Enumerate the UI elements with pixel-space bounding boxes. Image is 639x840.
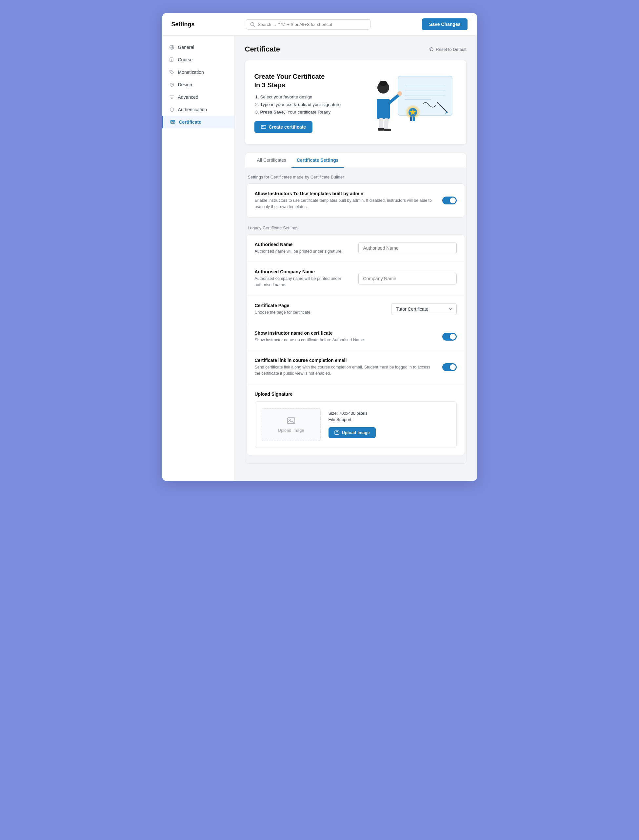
show-instructor-row: Show instructor name on certificate Show…	[247, 323, 464, 351]
allow-instructors-title: Allow Instructors To Use templates built…	[255, 191, 434, 196]
authorised-name-row: Authorised Name Authorised name will be …	[247, 234, 464, 262]
promo-illustration	[359, 70, 457, 135]
page-header: Certificate Reset to Default	[245, 45, 467, 54]
sidebar-item-monetization[interactable]: Monetization	[162, 66, 234, 78]
settings-section-label: Settings for Certificates made by Certif…	[246, 175, 465, 180]
company-name-desc: Authorised company name will be printed …	[255, 276, 350, 288]
svg-point-12	[172, 83, 172, 84]
certificate-page-row: Certificate Page Choose the page for cer…	[247, 296, 464, 323]
company-name-input[interactable]	[358, 273, 457, 284]
promo-step-2: Type in your text & upload your signatur…	[260, 102, 341, 107]
cert-link-toggle[interactable]	[442, 363, 457, 371]
upload-info: Size: 700x430 pixels File Support:	[329, 411, 450, 438]
svg-point-9	[170, 71, 171, 72]
tabs-bar: All Certificates Certificate Settings	[245, 153, 466, 168]
sidebar-label-advanced: Advanced	[178, 94, 198, 100]
tag-icon	[169, 69, 175, 75]
allow-instructors-info: Allow Instructors To Use templates built…	[255, 191, 434, 210]
sidebar: General Course Monetization	[162, 36, 234, 481]
sidebar-label-certificate: Certificate	[179, 120, 201, 125]
promo-step-1: Select your favorite design	[260, 94, 341, 99]
tab-all-certificates[interactable]: All Certificates	[252, 153, 291, 168]
svg-point-17	[173, 121, 175, 123]
sidebar-item-design[interactable]: Design	[162, 78, 234, 91]
sidebar-label-general: General	[178, 45, 194, 50]
cert-link-desc: Send certificate link along with the cou…	[255, 364, 434, 377]
svg-rect-29	[410, 116, 412, 121]
sidebar-label-authentication: Authentication	[178, 107, 207, 112]
upload-placeholder-text: Upload image	[278, 428, 304, 433]
reset-label: Reset to Default	[436, 47, 466, 52]
upload-icon	[334, 430, 339, 435]
sidebar-item-general[interactable]: General	[162, 41, 234, 54]
sidebar-label-monetization: Monetization	[178, 70, 204, 75]
show-instructor-info: Show instructor name on certificate Show…	[255, 330, 434, 343]
show-instructor-desc: Show instructor name on certificate befo…	[255, 337, 434, 343]
cert-link-title: Certificate link in course completion em…	[255, 358, 434, 363]
book-icon	[169, 57, 175, 63]
tabs-wrapper: All Certificates Certificate Settings Se…	[245, 153, 467, 464]
cert-link-info: Certificate link in course completion em…	[255, 358, 434, 377]
globe-icon	[169, 44, 175, 50]
legacy-section-label: Legacy Certificate Settings	[246, 225, 465, 230]
image-placeholder-icon	[286, 416, 296, 425]
sidebar-item-authentication[interactable]: Authentication	[162, 104, 234, 116]
svg-point-34	[379, 81, 387, 86]
svg-rect-40	[378, 128, 384, 131]
svg-point-43	[289, 419, 291, 421]
tab-certificate-settings[interactable]: Certificate Settings	[291, 153, 344, 168]
certificate-page-select[interactable]: Tutor Certificate Default Certificate	[391, 303, 457, 315]
svg-rect-14	[170, 120, 175, 123]
authorised-name-desc: Authorised name will be printed under si…	[255, 249, 350, 255]
promo-card: Create Your Certificate In 3 Steps Selec…	[245, 60, 467, 145]
allow-instructors-row: Allow Instructors To Use templates built…	[247, 184, 464, 217]
reset-icon	[429, 47, 434, 51]
promo-step-3: Press Save, Your certificate Ready	[260, 110, 341, 115]
reset-link[interactable]: Reset to Default	[429, 47, 466, 52]
upload-placeholder[interactable]: Upload image	[262, 408, 321, 441]
sidebar-item-course[interactable]: Course	[162, 54, 234, 66]
certificate-page-title: Certificate Page	[255, 303, 383, 308]
show-instructor-toggle[interactable]	[442, 333, 457, 341]
svg-point-13	[172, 84, 173, 84]
upload-signature-title: Upload Signature	[255, 391, 457, 397]
sidebar-label-design: Design	[178, 82, 192, 87]
certificate-page-info: Certificate Page Choose the page for cer…	[255, 303, 383, 316]
authorised-name-info: Authorised Name Authorised name will be …	[255, 242, 350, 255]
shield-icon	[169, 107, 175, 113]
upload-image-button[interactable]: Upload Image	[329, 427, 376, 438]
allow-instructors-card: Allow Instructors To Use templates built…	[246, 183, 465, 218]
search-input[interactable]	[258, 22, 366, 27]
upload-signature-section: Upload Signature Upload image	[247, 384, 464, 455]
certificate-btn-icon	[261, 124, 266, 130]
page-title: Certificate	[245, 45, 280, 54]
svg-rect-38	[379, 118, 383, 130]
show-instructor-title: Show instructor name on certificate	[255, 330, 434, 336]
company-name-info: Authorised Company Name Authorised compa…	[255, 269, 350, 288]
sidebar-item-advanced[interactable]: Advanced	[162, 91, 234, 104]
create-certificate-button[interactable]: Create certificate	[254, 121, 313, 133]
svg-line-1	[254, 25, 255, 27]
sidebar-label-course: Course	[178, 57, 193, 62]
app-title: Settings	[172, 21, 195, 28]
authorised-name-title: Authorised Name	[255, 242, 350, 247]
allow-instructors-toggle[interactable]	[442, 196, 457, 204]
svg-point-37	[397, 91, 402, 96]
promo-text: Create Your Certificate In 3 Steps Selec…	[254, 72, 341, 133]
svg-point-11	[170, 84, 171, 84]
search-icon	[250, 22, 255, 27]
promo-steps: Select your favorite design Type in your…	[254, 94, 341, 115]
svg-rect-39	[383, 118, 388, 130]
authorised-name-input[interactable]	[358, 242, 457, 254]
save-button[interactable]: Save Changes	[422, 18, 468, 30]
search-bar[interactable]	[246, 19, 370, 30]
app-window: Settings Save Changes General	[162, 13, 477, 481]
svg-rect-18	[261, 125, 266, 129]
svg-rect-41	[384, 129, 391, 131]
promo-heading: Create Your Certificate In 3 Steps	[254, 72, 341, 89]
sidebar-item-certificate[interactable]: Certificate	[162, 116, 234, 128]
certificate-icon	[170, 119, 176, 125]
filter-icon	[169, 94, 175, 100]
certificate-page-desc: Choose the page for certificate.	[255, 309, 383, 316]
cert-link-row: Certificate link in course completion em…	[247, 351, 464, 384]
